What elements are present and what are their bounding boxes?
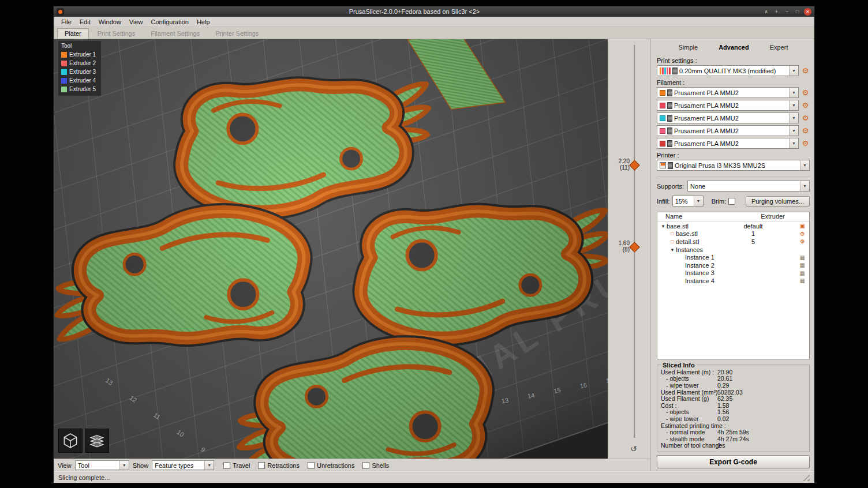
tree-row-name: detail.stl [676,238,699,245]
tree-row-action-icon[interactable]: ▦ [800,254,805,261]
gear-icon[interactable]: ⚙ [801,127,810,134]
tree-row[interactable]: ▾ base.stl default ▣ [657,222,809,230]
tree-row[interactable]: ▾ Instances [657,246,809,254]
tree-row[interactable]: Instance 1 ▦ [657,253,809,261]
feature-checkbox-item: Retractions [258,462,300,469]
gear-icon[interactable]: ⚙ [801,114,810,122]
settings-tab[interactable]: Print Settings [91,29,142,39]
gear-icon[interactable]: ⚙ [801,67,810,74]
menu-item[interactable]: Window [95,18,125,25]
tree-row-action-icon[interactable]: ▦ [800,277,805,284]
print-settings-select[interactable]: 0.20mm QUALITY MK3 (modified) ▾ [657,65,799,76]
checkbox[interactable] [362,462,369,469]
spool-icon [667,140,672,147]
filament-select[interactable]: Prusament PLA MMU2 ▾ [657,138,799,149]
filament-select[interactable]: Prusament PLA MMU2 ▾ [657,87,799,98]
multi-color-icon [660,67,671,74]
status-text: Slicing complete... [58,474,110,481]
tree-row[interactable]: □ base.stl 1 ⚙ [657,230,809,238]
feature-checkboxes: Travel Retractions Unretractions [223,462,389,469]
title-bar[interactable]: PrusaSlicer-2.0.0+Fedora based on Slic3r… [54,6,814,17]
upper-layer-handle[interactable] [629,160,639,170]
supports-label: Supports: [657,183,684,190]
object-tree: Name Extruder ▾ base.stl default ▣ [657,212,810,359]
filament-select[interactable]: Prusament PLA MMU2 ▾ [657,125,799,136]
status-bar: Slicing complete... [54,471,814,483]
filament-color-swatch [660,141,665,147]
filament-select[interactable]: Prusament PLA MMU2 ▾ [657,100,799,111]
tool-legend-item: Extruder 1 [61,50,98,59]
window-control-button[interactable]: + [773,8,780,16]
tree-row-action-icon[interactable]: ▦ [800,270,805,276]
tree-row-icon[interactable]: ▾ [660,223,667,229]
printer-label: Printer : [657,152,810,159]
window-control-button[interactable]: ∧ [762,8,770,16]
tree-row[interactable]: Instance 3 ▦ [657,269,809,277]
checkbox[interactable] [223,462,230,469]
checkbox[interactable] [308,462,315,469]
supports-select[interactable]: None ▾ [687,181,810,192]
show-select[interactable]: Feature types ▾ [152,460,214,470]
gear-icon[interactable]: ⚙ [801,89,810,96]
mode-tabs: Simple Advanced Expert [657,44,810,51]
settings-tab-bar: Plater Print Settings Filament Settings … [54,27,814,39]
menu-item[interactable]: Help [193,18,214,25]
export-gcode-button[interactable]: Export G-code [657,455,810,468]
mode-tab[interactable]: Advanced [719,44,749,51]
filament-color-swatch [660,90,665,96]
menu-item[interactable]: View [125,18,147,25]
tree-row-extruder[interactable]: default [738,223,768,230]
brim-checkbox[interactable] [728,198,735,205]
settings-tab[interactable]: Filament Settings [144,29,207,39]
sliced-info-label: Number of tool changes [661,442,717,449]
show-select-value: Feature types [155,462,193,469]
extruder-label: Extruder 1 [69,51,96,58]
printer-row: Original Prusa i3 MK3S MMU2S ▾ [657,160,810,171]
menu-item[interactable]: File [57,18,76,25]
view-label: View [58,462,72,469]
print-settings-row: 0.20mm QUALITY MK3 (modified) ▾ ⚙ [657,65,810,76]
tree-row-icon[interactable]: □ [669,239,676,245]
infill-select[interactable]: 15% ▾ [672,196,704,207]
window-control-button[interactable]: □ [794,8,801,16]
viewport-row: ORIGINAL PRUSA 13121110987 1011121314151… [54,39,650,459]
filament-select[interactable]: Prusament PLA MMU2 ▾ [657,112,799,123]
spool-icon [667,127,672,134]
tree-row[interactable]: Instance 4 ▦ [657,277,809,285]
checkbox[interactable] [258,462,265,469]
upper-layer-number: (11) [619,164,630,171]
tree-row-action-icon[interactable]: ⚙ [800,231,805,237]
3d-viewport[interactable]: ORIGINAL PRUSA 13121110987 1011121314151… [54,39,608,459]
3d-view-button[interactable] [58,429,83,453]
tree-row-extruder[interactable]: 1 [738,230,768,237]
view-select[interactable]: Tool ▾ [75,460,129,470]
checkbox-label: Shells [372,462,389,469]
tree-row-action-icon[interactable]: ▦ [800,262,805,268]
settings-tab[interactable]: Plater [57,28,89,39]
printer-icon [660,162,666,168]
menu-item[interactable]: Edit [76,18,95,25]
settings-tab[interactable]: Printer Settings [208,29,265,39]
window-control-button[interactable]: − [783,8,791,16]
slider-reset-icon[interactable]: ↺ [630,445,637,453]
tree-row-action-icon[interactable]: ⚙ [800,238,805,245]
tree-row[interactable]: Instance 2 ▦ [657,261,809,269]
resize-grip[interactable] [802,474,810,481]
gear-icon[interactable]: ⚙ [801,102,810,109]
tree-row-action-icon[interactable]: ▣ [800,223,805,229]
tool-legend-item: Extruder 3 [61,67,98,76]
layers-view-button[interactable] [85,429,109,453]
window-control-button[interactable]: × [804,8,811,16]
name-column-header: Name [657,213,750,220]
tree-row-icon[interactable]: ▾ [669,247,676,253]
tree-row-extruder[interactable]: 5 [738,238,768,245]
mode-tab[interactable]: Expert [770,44,788,51]
tree-row-icon[interactable]: □ [669,231,676,237]
mode-tab[interactable]: Simple [679,44,698,51]
menu-item[interactable]: Configuration [147,18,192,25]
gear-icon[interactable]: ⚙ [801,140,810,147]
purging-volumes-button[interactable]: Purging volumes... [746,196,810,207]
printer-select[interactable]: Original Prusa i3 MK3S MMU2S ▾ [657,160,810,171]
tree-row[interactable]: □ detail.stl 5 ⚙ [657,238,809,246]
lower-layer-handle[interactable] [629,242,639,252]
